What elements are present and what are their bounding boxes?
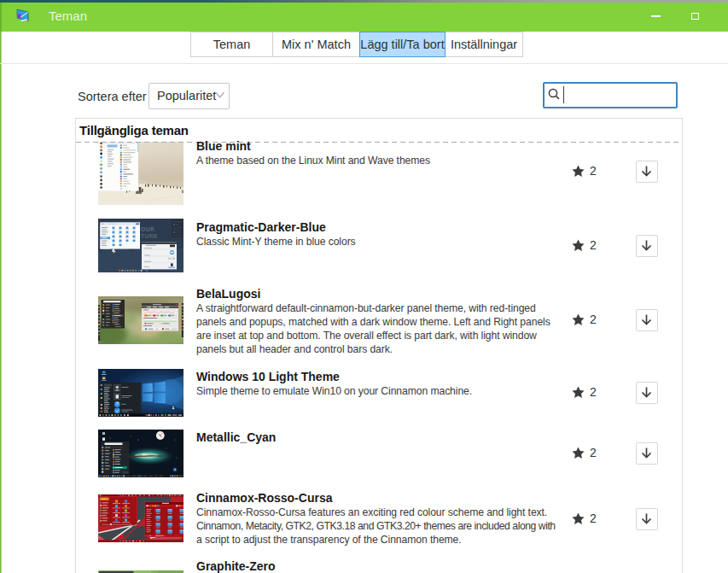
svg-text:OUR: OUR bbox=[141, 226, 154, 232]
svg-text:TURE: TURE bbox=[141, 233, 158, 239]
svg-text:?: ? bbox=[116, 401, 119, 406]
